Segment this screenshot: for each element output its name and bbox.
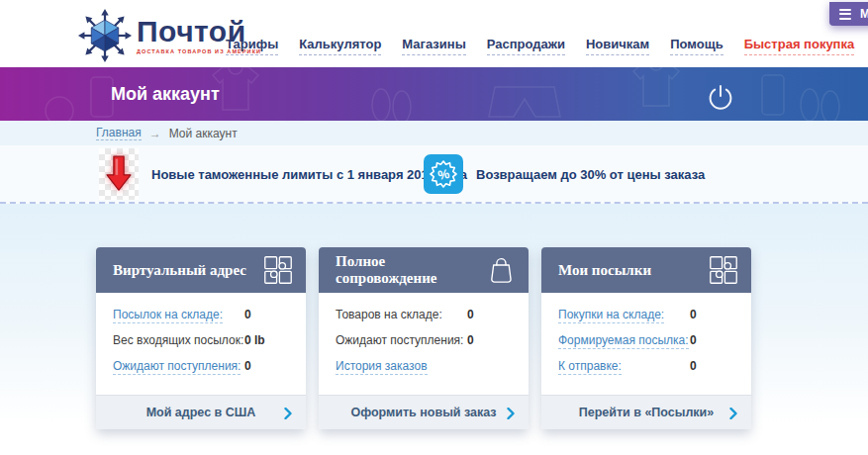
stat-row: Товаров на складе: 0 — [336, 308, 512, 321]
row-label-awaiting-arrival: Ожидают поступления: — [336, 333, 467, 347]
stat-row: Формируемая посылка: 0 — [558, 333, 734, 347]
parcel-panes-icon — [707, 253, 740, 287]
row-value: 0 lb — [244, 333, 265, 347]
card-body: Покупки на складе: 0 Формируемая посылка… — [541, 293, 751, 395]
shopping-bag-icon — [485, 253, 518, 287]
notice-text: Возвращаем до 30% от цены заказа — [476, 167, 705, 182]
main-nav: Тарифы Калькулятор Магазины Распродажи Н… — [226, 37, 868, 55]
nav-calculator[interactable]: Калькулятор — [299, 37, 381, 55]
card-footer-new-order[interactable]: Оформить новый заказ — [319, 395, 529, 429]
row-value: 0 — [244, 308, 251, 321]
notice-cashback[interactable]: % Возвращаем до 30% от цены заказа — [424, 153, 705, 195]
svg-text:%: % — [436, 166, 451, 183]
my-account-button-label: Мой аккаунт — [860, 7, 868, 21]
chevron-right-icon — [284, 408, 292, 419]
stat-row: Ожидают поступления: 0 — [113, 359, 289, 373]
row-value: 0 — [244, 359, 251, 373]
page-title: Мой аккаунт — [111, 84, 220, 105]
row-label-goods-in-stock: Товаров на складе: — [336, 308, 467, 321]
red-arrow-down-icon — [99, 148, 139, 200]
row-link-to-ship[interactable]: К отправке: — [558, 359, 690, 373]
row-value: 0 — [467, 333, 474, 347]
stat-row: К отправке: 0 — [558, 359, 734, 373]
nav-shops[interactable]: Магазины — [402, 37, 465, 55]
card-footer-go-to-parcels[interactable]: Перейти в «Посылки» — [541, 395, 751, 429]
notice-text: Новые таможенные лимиты с 1 января 2019 … — [151, 167, 467, 182]
breadcrumb-arrow: → — [149, 127, 161, 140]
breadcrumb-current: Мой аккаунт — [169, 127, 238, 140]
card-body: Товаров на складе: 0 Ожидают поступления… — [319, 293, 529, 395]
stat-row: История заказов — [336, 359, 512, 373]
nav-quick-purchase[interactable]: Быстрая покупка — [744, 37, 855, 55]
my-account-button[interactable]: Мой аккаунт — [829, 2, 868, 26]
breadcrumb: Главная → Мой аккаунт — [0, 121, 868, 145]
row-value: 0 — [690, 359, 697, 373]
notice-customs-limits[interactable]: Новые таможенные лимиты с 1 января 2019 … — [99, 146, 467, 202]
breadcrumb-home-link[interactable]: Главная — [96, 126, 142, 140]
parcel-panes-icon — [261, 253, 295, 287]
row-link-order-history[interactable]: История заказов — [336, 359, 467, 373]
chevron-right-icon — [729, 408, 737, 419]
row-link-awaiting-arrival[interactable]: Ожидают поступления: — [113, 359, 244, 373]
card-header: Виртуальный адрес — [96, 247, 306, 293]
hamburger-icon — [839, 9, 851, 20]
logo-hexagon-arrows-icon — [77, 8, 133, 63]
power-logout-icon[interactable] — [703, 79, 738, 115]
card-footer-my-us-address[interactable]: Мой адрес в США — [96, 395, 306, 429]
top-header: Почтой ДОСТАВКА ТОВАРОВ ИЗ АМЕРИКИ Тариф… — [0, 0, 868, 67]
stat-row: Посылок на складе: 0 — [113, 308, 289, 321]
chevron-right-icon — [507, 408, 515, 419]
row-label-incoming-weight: Вес входящих посылок: — [113, 333, 244, 347]
row-value: 0 — [690, 333, 697, 347]
card-title: Виртуальный адрес — [113, 262, 246, 279]
row-value: 0 — [690, 308, 697, 321]
row-value: 0 — [467, 308, 474, 321]
stat-row: Ожидают поступления: 0 — [336, 333, 512, 347]
card-full-support: Полное сопровождение Товаров на складе: … — [319, 247, 529, 429]
card-title: Полное сопровождение — [336, 253, 485, 287]
nav-tariffs[interactable]: Тарифы — [226, 37, 278, 55]
nav-help[interactable]: Помощь — [670, 37, 723, 55]
row-link-purchases-in-stock[interactable]: Покупки на складе: — [558, 308, 690, 321]
card-body: Посылок на складе: 0 Вес входящих посыло… — [96, 293, 306, 395]
account-cards: Виртуальный адрес Посылок на складе: 0 В… — [96, 247, 751, 429]
stat-row: Покупки на складе: 0 — [558, 308, 734, 321]
notices-band: Новые таможенные лимиты с 1 января 2019 … — [0, 145, 868, 204]
card-title: Мои посылки — [558, 262, 651, 279]
nav-newbies[interactable]: Новичкам — [586, 37, 649, 55]
nav-sales[interactable]: Распродажи — [487, 37, 565, 55]
card-header: Мои посылки — [541, 247, 751, 293]
percent-badge-icon: % — [424, 154, 463, 194]
card-virtual-address: Виртуальный адрес Посылок на складе: 0 В… — [96, 247, 306, 429]
card-my-parcels: Мои посылки Покупки на складе: 0 Формиру… — [541, 247, 751, 429]
row-link-parcels-in-stock[interactable]: Посылок на складе: — [113, 308, 244, 321]
row-link-forming-parcel[interactable]: Формируемая посылка: — [558, 333, 690, 347]
stat-row: Вес входящих посылок: 0 lb — [113, 333, 289, 347]
card-header: Полное сопровождение — [319, 247, 529, 293]
